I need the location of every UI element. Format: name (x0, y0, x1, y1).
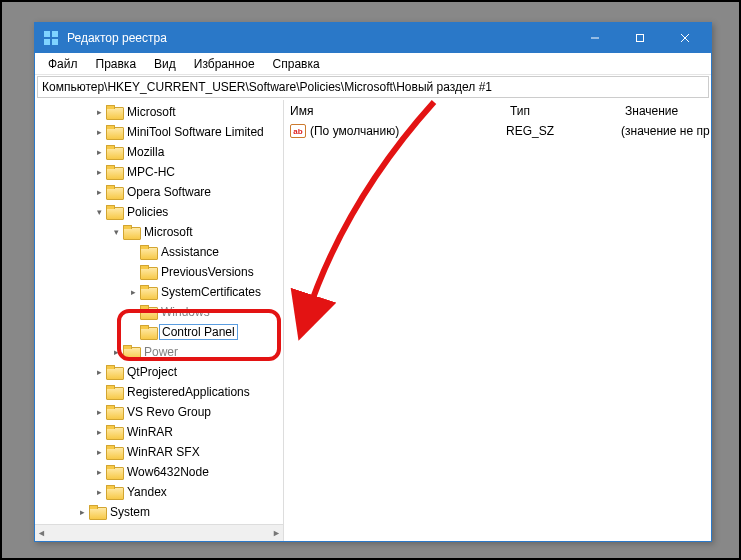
collapse-icon[interactable]: ▾ (109, 225, 123, 239)
folder-icon (106, 465, 122, 479)
regedit-icon (43, 30, 59, 46)
menu-file[interactable]: Файл (39, 55, 87, 73)
tree-item-label: SystemCertificates (159, 284, 263, 300)
tree-item-label: VS Revo Group (125, 404, 213, 420)
tree-item-label: QtProject (125, 364, 179, 380)
svg-rect-0 (636, 35, 643, 42)
folder-icon (106, 165, 122, 179)
tree-item-label: Mozilla (125, 144, 166, 160)
tree-item-label: Power (142, 344, 180, 360)
menu-edit[interactable]: Правка (87, 55, 146, 73)
tree-item[interactable]: Assistance (35, 242, 283, 262)
tree-hscrollbar[interactable]: ◄ ► (35, 524, 283, 541)
window-controls (572, 23, 707, 53)
tree-item-label: Opera Software (125, 184, 213, 200)
tree-item-label: Wow6432Node (125, 464, 211, 480)
folder-icon (106, 385, 122, 399)
tree-item[interactable]: ▸System (35, 502, 283, 522)
tree-item-label: WinRAR (125, 424, 175, 440)
registry-editor-window: Редактор реестра Файл Правка Вид Избранн… (34, 22, 712, 542)
tree-item-label: Microsoft (125, 104, 178, 120)
rename-input[interactable]: Control Panel (159, 324, 238, 340)
scroll-left-icon[interactable]: ◄ (37, 528, 46, 538)
tree-item[interactable]: RegisteredApplications (35, 382, 283, 402)
tree-item-label: Windows (159, 304, 212, 320)
tree-item[interactable]: ▸MPC-HC (35, 162, 283, 182)
expand-icon[interactable]: ▸ (92, 185, 106, 199)
folder-icon (123, 225, 139, 239)
expand-icon[interactable]: ▸ (92, 405, 106, 419)
expand-icon[interactable]: ▸ (75, 505, 89, 519)
tree-item-label: MiniTool Software Limited (125, 124, 266, 140)
address-text: Компьютер\HKEY_CURRENT_USER\Software\Pol… (42, 80, 492, 94)
tree-item[interactable]: ▸SystemCertificates (35, 282, 283, 302)
tree-item[interactable]: ▸Opera Software (35, 182, 283, 202)
folder-icon (140, 265, 156, 279)
menu-bar: Файл Правка Вид Избранное Справка (35, 53, 711, 75)
tree-item[interactable]: PreviousVersions (35, 262, 283, 282)
minimize-button[interactable] (572, 23, 617, 53)
tree-item[interactable]: ▸VS Revo Group (35, 402, 283, 422)
close-button[interactable] (662, 23, 707, 53)
value-name: (По умолчанию) (310, 124, 506, 138)
tree-item-label: Microsoft (142, 224, 195, 240)
window-title: Редактор реестра (67, 31, 572, 45)
values-pane[interactable]: Имя Тип Значение (По умолчанию) REG_SZ (… (284, 100, 711, 541)
string-value-icon (290, 124, 306, 138)
expand-icon[interactable]: ▸ (92, 105, 106, 119)
title-bar[interactable]: Редактор реестра (35, 23, 711, 53)
folder-icon (106, 205, 122, 219)
folder-icon (106, 105, 122, 119)
tree-item[interactable]: Control Panel (35, 322, 283, 342)
address-bar[interactable]: Компьютер\HKEY_CURRENT_USER\Software\Pol… (37, 76, 709, 98)
tree-item[interactable]: ▸WinRAR (35, 422, 283, 442)
expand-icon[interactable]: ▸ (92, 425, 106, 439)
expand-icon[interactable]: ▸ (92, 125, 106, 139)
expand-icon[interactable]: ▸ (92, 365, 106, 379)
expand-icon[interactable]: ▸ (109, 345, 123, 359)
tree-item-label: Assistance (159, 244, 221, 260)
scroll-right-icon[interactable]: ► (272, 528, 281, 538)
folder-icon (106, 425, 122, 439)
expand-icon[interactable]: ▸ (92, 485, 106, 499)
collapse-icon[interactable]: ▾ (92, 205, 106, 219)
expand-icon[interactable]: ▸ (92, 445, 106, 459)
folder-icon (106, 405, 122, 419)
folder-icon (106, 445, 122, 459)
menu-help[interactable]: Справка (264, 55, 329, 73)
tree-item[interactable]: ▸Power (35, 342, 283, 362)
expand-icon[interactable]: ▸ (92, 145, 106, 159)
menu-favorites[interactable]: Избранное (185, 55, 264, 73)
tree-item[interactable]: ▸Wow6432Node (35, 462, 283, 482)
folder-icon (140, 305, 156, 319)
tree-item[interactable]: ▸WinRAR SFX (35, 442, 283, 462)
col-name[interactable]: Имя (284, 102, 504, 120)
tree-item[interactable]: ▸Mozilla (35, 142, 283, 162)
tree-item[interactable]: Windows (35, 302, 283, 322)
col-type[interactable]: Тип (504, 102, 619, 120)
tree-item[interactable]: ▸Microsoft (35, 102, 283, 122)
column-headers[interactable]: Имя Тип Значение (284, 100, 711, 122)
menu-view[interactable]: Вид (145, 55, 185, 73)
expand-icon[interactable]: ▸ (126, 285, 140, 299)
tree-item[interactable]: ▸Yandex (35, 482, 283, 502)
folder-icon (106, 185, 122, 199)
folder-icon (123, 345, 139, 359)
tree-item-label: MPC-HC (125, 164, 177, 180)
tree-item[interactable]: ▸QtProject (35, 362, 283, 382)
tree-pane[interactable]: ▸Microsoft▸MiniTool Software Limited▸Moz… (35, 100, 284, 541)
value-row[interactable]: (По умолчанию) REG_SZ (значение не пр (284, 122, 711, 140)
folder-icon (140, 325, 156, 339)
folder-icon (106, 145, 122, 159)
tree-item-label: RegisteredApplications (125, 384, 252, 400)
maximize-button[interactable] (617, 23, 662, 53)
expand-icon[interactable]: ▸ (92, 465, 106, 479)
tree-item[interactable]: ▸MiniTool Software Limited (35, 122, 283, 142)
value-type: REG_SZ (506, 124, 621, 138)
body-split: ▸Microsoft▸MiniTool Software Limited▸Moz… (35, 100, 711, 541)
tree-item[interactable]: ▾Policies (35, 202, 283, 222)
tree-item-label: System (108, 504, 152, 520)
expand-icon[interactable]: ▸ (92, 165, 106, 179)
col-value[interactable]: Значение (619, 102, 711, 120)
tree-item[interactable]: ▾Microsoft (35, 222, 283, 242)
